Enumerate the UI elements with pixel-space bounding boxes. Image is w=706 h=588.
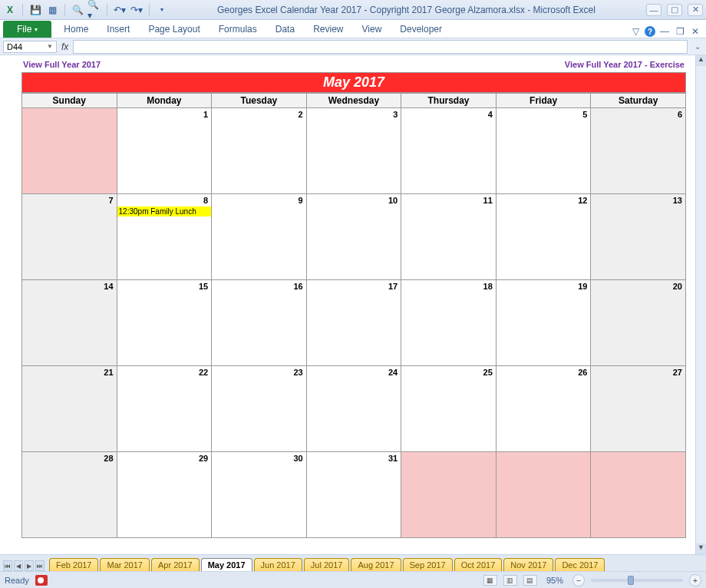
calendar-cell[interactable]: 25: [401, 366, 497, 452]
sheet-tab[interactable]: Aug 2017: [351, 558, 401, 572]
page-layout-view-button[interactable]: ▥: [503, 575, 517, 586]
vertical-scrollbar[interactable]: ▲ ▼: [695, 55, 706, 554]
calendar-cell[interactable]: 11: [401, 194, 497, 280]
fx-icon[interactable]: fx: [61, 41, 68, 52]
page-break-view-button[interactable]: ▤: [523, 575, 537, 586]
view-full-year-exercise-link[interactable]: View Full Year 2017 - Exercise: [565, 60, 685, 69]
ribbon-tab-home[interactable]: Home: [54, 21, 97, 38]
scroll-down-icon[interactable]: ▼: [696, 543, 706, 554]
day-header: Friday: [496, 94, 591, 108]
day-number: 29: [199, 454, 208, 463]
calendar-cell[interactable]: 22: [117, 366, 212, 452]
zoom-slider[interactable]: [591, 579, 683, 582]
view-full-year-link[interactable]: View Full Year 2017: [23, 60, 101, 69]
sheet-tab[interactable]: Feb 2017: [49, 558, 98, 572]
sheet-tab[interactable]: May 2017: [201, 558, 252, 572]
calendar-cell[interactable]: 9: [212, 194, 307, 280]
redo-icon[interactable]: ↷▾: [130, 3, 144, 17]
ribbon-tab-page-layout[interactable]: Page Layout: [139, 21, 209, 38]
qat-customize-icon[interactable]: ▾: [155, 3, 169, 17]
maximize-button[interactable]: ▢: [667, 4, 682, 16]
calendar-cell[interactable]: 19: [496, 280, 591, 366]
status-ready: Ready: [5, 576, 29, 585]
zoom-thumb[interactable]: [628, 576, 634, 585]
calendar-cell[interactable]: 1: [117, 108, 212, 194]
normal-view-button[interactable]: ▦: [483, 575, 497, 586]
find2-icon[interactable]: 🔍▾: [87, 3, 101, 17]
sheet-tab[interactable]: Dec 2017: [555, 558, 605, 572]
calendar-cell[interactable]: 4: [401, 108, 497, 194]
calendar-cell[interactable]: 17: [306, 280, 401, 366]
sheet-tab[interactable]: Nov 2017: [503, 558, 553, 572]
sheet-tab[interactable]: Mar 2017: [100, 558, 149, 572]
scroll-up-icon[interactable]: ▲: [696, 55, 706, 66]
ribbon-tab-data[interactable]: Data: [266, 21, 304, 38]
ribbon-tab-insert[interactable]: Insert: [97, 21, 139, 38]
zoom-in-button[interactable]: +: [689, 574, 701, 586]
help-icon[interactable]: ?: [645, 26, 655, 37]
file-tab[interactable]: File▾: [3, 21, 51, 38]
title-bar: X 💾 ▦ 🔍 🔍▾ ↶▾ ↷▾ ▾ Georges Excel Calenda…: [0, 0, 706, 20]
zoom-level[interactable]: 95%: [546, 576, 563, 585]
calendar-cell[interactable]: 24: [306, 366, 401, 452]
undo-icon[interactable]: ↶▾: [113, 3, 127, 17]
calendar-cell[interactable]: 13: [591, 194, 686, 280]
calendar-cell[interactable]: 21: [22, 366, 117, 452]
name-box[interactable]: D44 ▼: [3, 41, 57, 53]
sheet-tab[interactable]: Jun 2017: [254, 558, 302, 572]
calendar-cell[interactable]: 15: [117, 280, 212, 366]
ribbon-tab-formulas[interactable]: Formulas: [209, 21, 266, 38]
ribbon-expand-icon[interactable]: ▽: [629, 25, 642, 38]
ribbon-tab-view[interactable]: View: [353, 21, 391, 38]
calendar-cell[interactable]: [22, 108, 117, 194]
calendar-cell[interactable]: 16: [212, 280, 307, 366]
calendar-cell[interactable]: 812:30pm Family Lunch: [117, 194, 212, 280]
sheet-tab[interactable]: Sep 2017: [403, 558, 453, 572]
calendar-cell[interactable]: 18: [401, 280, 497, 366]
calendar-cell[interactable]: 31: [306, 452, 401, 538]
ribbon-tab-developer[interactable]: Developer: [391, 21, 451, 38]
formula-bar[interactable]: [73, 40, 688, 54]
calendar-cell[interactable]: 14: [22, 280, 117, 366]
calendar-cell[interactable]: 28: [22, 452, 117, 538]
macro-record-icon[interactable]: [35, 575, 48, 586]
calendar-cell[interactable]: 2: [212, 108, 307, 194]
calendar-event[interactable]: 12:30pm Family Lunch: [117, 206, 212, 216]
calendar-cell[interactable]: [496, 452, 591, 538]
sheet-tab[interactable]: Oct 2017: [454, 558, 503, 572]
calendar-cell[interactable]: 10: [306, 194, 401, 280]
name-box-dropdown-icon[interactable]: ▼: [47, 43, 53, 50]
preview-icon[interactable]: ▦: [45, 3, 59, 17]
calendar-cell[interactable]: [401, 452, 497, 538]
tab-last-icon[interactable]: ⏭: [35, 560, 45, 571]
calendar-cell[interactable]: 27: [591, 366, 686, 452]
sheet-tab[interactable]: Jul 2017: [304, 558, 350, 572]
calendar-table: SundayMondayTuesdayWednesdayThursdayFrid…: [21, 93, 686, 538]
save-icon[interactable]: 💾: [28, 3, 42, 17]
doc-minimize-icon[interactable]: —: [658, 25, 671, 38]
calendar-cell[interactable]: 6: [591, 108, 686, 194]
calendar-cell[interactable]: 7: [22, 194, 117, 280]
calendar-cell[interactable]: [591, 452, 686, 538]
zoom-out-button[interactable]: −: [572, 574, 585, 586]
calendar-cell[interactable]: 12: [496, 194, 591, 280]
tab-next-icon[interactable]: ▶: [25, 560, 34, 571]
doc-restore-icon[interactable]: ❐: [674, 25, 686, 38]
calendar-cell[interactable]: 20: [591, 280, 686, 366]
calendar-cell[interactable]: 3: [306, 108, 401, 194]
calendar-cell[interactable]: 5: [496, 108, 591, 194]
ribbon-tab-review[interactable]: Review: [304, 21, 352, 38]
doc-close-icon[interactable]: ✕: [689, 25, 701, 38]
calendar-cell[interactable]: 30: [212, 452, 307, 538]
formula-bar-expand-icon[interactable]: ⌄: [692, 42, 703, 51]
tab-prev-icon[interactable]: ◀: [14, 560, 23, 571]
sheet-tab[interactable]: Apr 2017: [151, 558, 200, 572]
close-button[interactable]: ✕: [688, 4, 703, 16]
calendar-cell[interactable]: 29: [117, 452, 212, 538]
worksheet-area[interactable]: View Full Year 2017 View Full Year 2017 …: [0, 55, 695, 554]
calendar-cell[interactable]: 26: [496, 366, 591, 452]
calendar-cell[interactable]: 23: [212, 366, 307, 452]
tab-first-icon[interactable]: ⏮: [3, 560, 12, 571]
find-icon[interactable]: 🔍: [71, 3, 84, 17]
minimize-button[interactable]: —: [646, 4, 661, 16]
